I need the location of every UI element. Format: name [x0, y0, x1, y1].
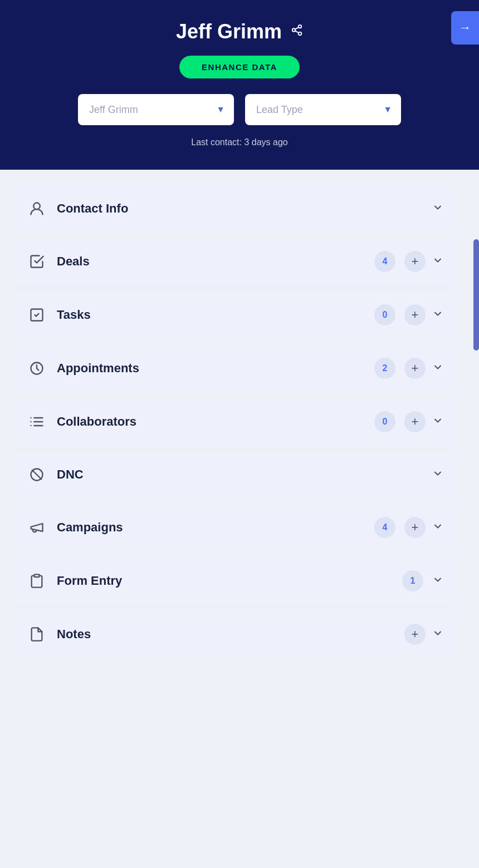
enhance-data-button[interactable]: ENHANCE DATA: [179, 56, 300, 78]
block-icon: [27, 465, 47, 485]
appointments-label: Appointments: [57, 361, 374, 376]
svg-rect-16: [34, 574, 39, 577]
person-dropdown-wrapper: Jeff Grimm ▼: [78, 94, 234, 125]
clock-icon: [27, 358, 47, 378]
notes-chevron-icon: [432, 628, 443, 642]
file-icon: [27, 624, 47, 644]
lead-type-dropdown-wrapper: Lead Type ▼: [245, 94, 401, 125]
dnc-label: DNC: [57, 467, 432, 482]
svg-point-5: [33, 203, 40, 210]
tasks-badge: 0: [374, 304, 395, 326]
contact-name: Jeff Grimm: [176, 20, 282, 43]
share-icon[interactable]: [291, 24, 303, 40]
appointments-chevron-icon: [432, 362, 443, 376]
header: Jeff Grimm ENHANCE DATA Jeff Grimm ▼ Lea…: [0, 0, 479, 170]
megaphone-icon: [27, 517, 47, 537]
clipboard-icon: [27, 571, 47, 591]
appointments-badge: 2: [374, 358, 395, 379]
form-entry-chevron-icon: [432, 574, 443, 588]
list-icon: [27, 412, 47, 432]
collaborators-add-button[interactable]: +: [404, 411, 426, 432]
contact-info-chevron-icon: [432, 202, 443, 216]
header-title-row: Jeff Grimm: [176, 20, 303, 43]
collaborators-label: Collaborators: [57, 415, 374, 429]
section-row-appointments[interactable]: Appointments2+: [13, 346, 457, 391]
collaborators-chevron-icon: [432, 415, 443, 429]
task-icon: [27, 305, 47, 325]
section-row-collaborators[interactable]: Collaborators0+: [13, 399, 457, 445]
notes-label: Notes: [57, 627, 404, 642]
last-contact-text: Last contact: 3 days ago: [191, 137, 287, 147]
deals-badge: 4: [374, 251, 395, 272]
campaigns-badge: 4: [374, 517, 395, 538]
tasks-add-button[interactable]: +: [404, 304, 426, 326]
person-icon: [27, 199, 47, 219]
deals-add-button[interactable]: +: [404, 251, 426, 272]
person-dropdown[interactable]: Jeff Grimm: [78, 94, 234, 125]
section-row-campaigns[interactable]: Campaigns4+: [13, 505, 457, 550]
lead-type-dropdown[interactable]: Lead Type: [245, 94, 401, 125]
contact-info-label: Contact Info: [57, 201, 432, 216]
section-row-notes[interactable]: Notes+: [13, 611, 457, 657]
svg-line-4: [295, 27, 299, 29]
section-row-contact-info[interactable]: Contact Info: [13, 186, 457, 231]
svg-line-3: [295, 31, 299, 33]
content-area: Contact InfoDeals4+Tasks0+Appointments2+…: [0, 170, 479, 679]
scrollbar-thumb[interactable]: [473, 239, 479, 351]
dnc-chevron-icon: [432, 468, 443, 482]
side-arrow-icon: →: [459, 21, 471, 35]
section-row-form-entry[interactable]: Form Entry1: [13, 558, 457, 604]
side-arrow-button[interactable]: →: [451, 11, 479, 45]
tasks-chevron-icon: [432, 308, 443, 322]
section-row-dnc[interactable]: DNC: [13, 452, 457, 497]
campaigns-label: Campaigns: [57, 520, 374, 535]
collaborators-badge: 0: [374, 411, 395, 432]
dropdowns-row: Jeff Grimm ▼ Lead Type ▼: [22, 94, 457, 125]
form-entry-badge: 1: [402, 570, 423, 591]
form-entry-label: Form Entry: [57, 574, 402, 588]
tasks-label: Tasks: [57, 308, 374, 322]
handshake-icon: [27, 251, 47, 272]
section-row-tasks[interactable]: Tasks0+: [13, 292, 457, 338]
notes-add-button[interactable]: +: [404, 624, 426, 645]
deals-label: Deals: [57, 254, 374, 269]
deals-chevron-icon: [432, 255, 443, 269]
campaigns-add-button[interactable]: +: [404, 517, 426, 538]
section-row-deals[interactable]: Deals4+: [13, 239, 457, 284]
appointments-add-button[interactable]: +: [404, 358, 426, 379]
svg-line-15: [32, 470, 41, 479]
campaigns-chevron-icon: [432, 521, 443, 535]
